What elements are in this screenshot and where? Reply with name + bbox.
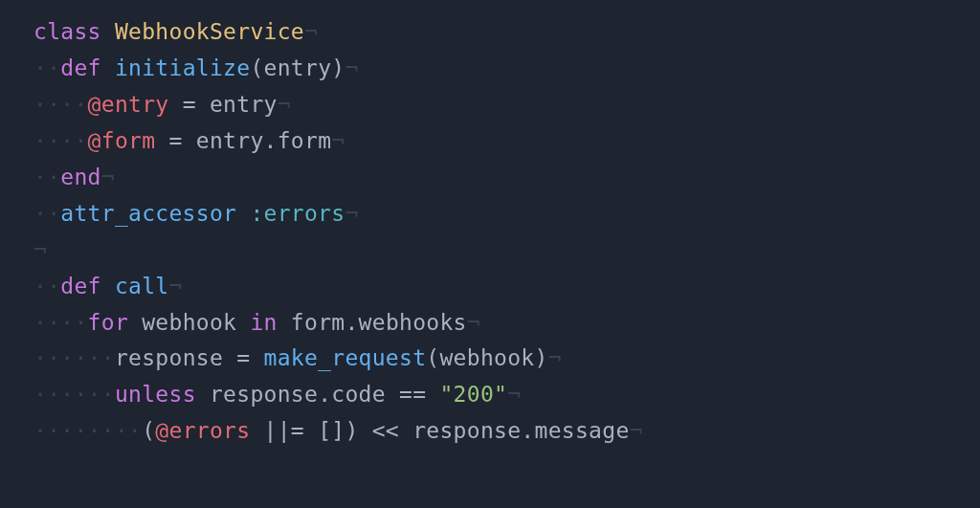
property: webhooks	[359, 310, 467, 335]
newline-marker: ¬	[169, 274, 183, 298]
dot-accessor: .	[345, 310, 358, 335]
newline-marker: ¬	[467, 310, 480, 335]
code-editor[interactable]: class WebhookService¬ ··def initialize(e…	[0, 14, 980, 450]
newline-marker: ¬	[548, 345, 562, 370]
variable: webhook	[142, 310, 236, 335]
paren-close: )	[535, 345, 548, 370]
indent-guide: ····	[33, 310, 88, 335]
argument: webhook	[439, 345, 534, 370]
keyword-class: class	[33, 19, 101, 44]
array-literal: []	[318, 418, 345, 443]
keyword-def: def	[60, 55, 100, 80]
indent-guide: ····	[33, 92, 88, 117]
newline-marker: ¬	[101, 165, 115, 189]
class-name: WebhookService	[115, 19, 304, 44]
indent-guide: ······	[33, 382, 115, 407]
code-line-6: ··attr_accessor :errors¬	[0, 196, 980, 232]
indent-guide: ······	[33, 345, 115, 370]
property: message	[535, 418, 630, 443]
code-line-3: ····@entry = entry¬	[0, 87, 980, 123]
newline-marker: ¬	[507, 382, 521, 407]
indent-guide: ··	[33, 274, 60, 298]
code-line-12: ········(@errors ||= []) << response.mes…	[0, 413, 980, 450]
method-call: make_request	[264, 345, 427, 370]
property: form	[278, 128, 332, 153]
paren-open: (	[426, 345, 439, 370]
indent-guide: ··	[33, 55, 60, 80]
newline-marker: ¬	[33, 237, 47, 262]
indent-guide: ··	[33, 165, 60, 189]
code-line-8: ··def call¬	[0, 269, 980, 305]
attr-accessor: attr_accessor	[60, 201, 236, 226]
code-line-10: ······response = make_request(webhook)¬	[0, 341, 980, 377]
code-line-4: ····@form = entry.form¬	[0, 123, 980, 160]
instance-variable: @form	[88, 128, 156, 153]
operator-append: <<	[359, 418, 413, 443]
paren-open: (	[250, 55, 263, 80]
operator-assign: =	[168, 92, 209, 117]
symbol: :errors	[250, 201, 345, 226]
code-line-5: ··end¬	[0, 160, 980, 196]
newline-marker: ¬	[278, 92, 291, 117]
newline-marker: ¬	[345, 55, 358, 80]
dot-accessor: .	[318, 382, 331, 407]
keyword-unless: unless	[115, 382, 196, 407]
indent-guide: ········	[33, 418, 142, 443]
paren-close: )	[345, 418, 358, 443]
property: code	[331, 382, 386, 407]
code-line-11: ······unless response.code == "200"¬	[0, 377, 980, 413]
variable: entry	[210, 92, 278, 117]
variable: response	[210, 382, 318, 407]
newline-marker: ¬	[630, 418, 643, 443]
keyword-in: in	[250, 310, 277, 335]
method-name: initialize	[115, 55, 250, 80]
operator-assign: =	[223, 345, 263, 370]
method-name: call	[115, 274, 169, 298]
operator-assign: =	[155, 128, 195, 153]
variable: form	[291, 310, 345, 335]
newline-marker: ¬	[345, 201, 358, 226]
instance-variable: @entry	[88, 92, 169, 117]
keyword-end: end	[60, 165, 100, 189]
code-line-7: ¬	[0, 232, 980, 269]
paren-open: (	[142, 418, 155, 443]
operator-equals: ==	[386, 382, 440, 407]
dot-accessor: .	[264, 128, 278, 153]
indent-guide: ····	[33, 128, 88, 153]
variable: response	[115, 345, 223, 370]
indent-guide: ··	[33, 201, 60, 226]
instance-variable: @errors	[155, 418, 250, 443]
code-line-1: class WebhookService¬	[0, 14, 980, 51]
variable: response	[412, 418, 521, 443]
dot-accessor: .	[521, 418, 534, 443]
newline-marker: ¬	[304, 19, 318, 44]
parameter: entry	[264, 55, 332, 80]
code-line-2: ··def initialize(entry)¬	[0, 51, 980, 87]
operator-or-assign: ||=	[250, 418, 318, 443]
keyword-def: def	[60, 274, 100, 298]
newline-marker: ¬	[331, 128, 345, 153]
keyword-for: for	[88, 310, 128, 335]
code-line-9: ····for webhook in form.webhooks¬	[0, 305, 980, 342]
variable: entry	[196, 128, 264, 153]
string-literal: "200"	[439, 382, 507, 407]
paren-close: )	[331, 55, 345, 80]
